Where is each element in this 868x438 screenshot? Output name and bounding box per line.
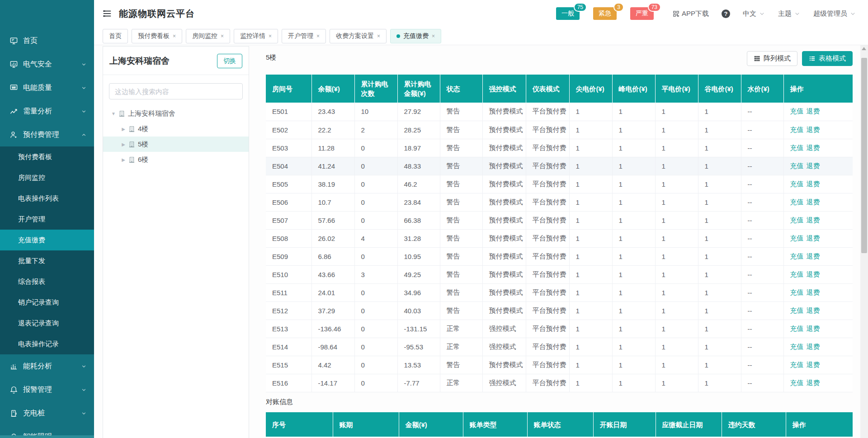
tree-node-上海安科瑞宿舍[interactable]: ▼上海安科瑞宿舍: [103, 106, 249, 121]
tree-node-6楼[interactable]: ▶6楼: [103, 152, 249, 167]
operations-cell: 充值退费: [783, 139, 853, 157]
user-menu[interactable]: 超级管理员: [813, 9, 856, 18]
tree-node-5楼[interactable]: ▶5楼: [103, 137, 249, 152]
recharge-link[interactable]: 充值: [790, 216, 804, 224]
recharge-link[interactable]: 充值: [790, 343, 804, 350]
sidebar-subitem-电表操作记录[interactable]: 电表操作记录: [0, 334, 94, 354]
tab-监控详情[interactable]: 监控详情×: [234, 29, 278, 43]
refund-link[interactable]: 退费: [807, 270, 820, 278]
refund-link[interactable]: 退费: [807, 306, 820, 314]
theme-selector[interactable]: 主题: [778, 9, 801, 18]
switch-building-button[interactable]: 切换: [217, 54, 242, 68]
app-download-button[interactable]: APP下载: [673, 9, 709, 18]
tab-close-icon[interactable]: ×: [173, 33, 176, 39]
status-cell: 正常: [440, 338, 482, 356]
sidebar-subitem-电表操作列表[interactable]: 电表操作列表: [0, 188, 94, 209]
purchase-count-cell: 0: [354, 356, 397, 374]
sidebar-subitem-充值缴费[interactable]: 充值缴费: [0, 230, 94, 250]
tab-close-icon[interactable]: ×: [377, 33, 380, 39]
sidebar-item-首页[interactable]: 首页: [0, 29, 94, 52]
valley-cell: 1: [698, 157, 741, 175]
refund-link[interactable]: 退费: [807, 216, 820, 224]
refund-link[interactable]: 退费: [807, 343, 820, 350]
caret-right-icon[interactable]: ▶: [119, 157, 127, 162]
help-icon[interactable]: ?: [722, 9, 730, 18]
refund-link[interactable]: 退费: [807, 107, 820, 115]
sidebar-subitem-退表记录查询[interactable]: 退表记录查询: [0, 313, 94, 334]
tab-预付费看板[interactable]: 预付费看板×: [132, 29, 182, 43]
recharge-link[interactable]: 充值: [790, 325, 804, 332]
sidebar-item-需量分析[interactable]: 需量分析: [0, 99, 94, 123]
tab-开户管理[interactable]: 开户管理×: [282, 29, 326, 43]
tab-房间监控[interactable]: 房间监控×: [186, 29, 230, 43]
refund-link[interactable]: 退费: [807, 162, 820, 170]
sidebar-subitem-开户管理[interactable]: 开户管理: [0, 209, 94, 230]
alarm-badge-严重[interactable]: 严重73: [630, 7, 654, 20]
room-cell: E513: [266, 320, 311, 338]
recharge-link[interactable]: 充值: [790, 162, 804, 170]
recharge-link[interactable]: 充值: [790, 270, 804, 278]
sidebar-subitem-预付费看板[interactable]: 预付费看板: [0, 146, 94, 167]
caret-down-icon[interactable]: ▼: [109, 111, 118, 116]
sidebar-subitem-房间监控[interactable]: 房间监控: [0, 167, 94, 188]
purchase-count-cell: 0: [354, 211, 397, 229]
tab-close-icon[interactable]: ×: [432, 33, 435, 39]
sidebar-item-充电桩[interactable]: 充电桩: [0, 401, 94, 425]
alarm-badge-紧急[interactable]: 紧急3: [593, 7, 617, 20]
view-button-表格模式[interactable]: 表格模式: [802, 51, 853, 66]
refund-link[interactable]: 退费: [807, 288, 820, 296]
collapse-menu-icon[interactable]: [103, 9, 113, 19]
recharge-link[interactable]: 充值: [790, 252, 804, 260]
recharge-link[interactable]: 充值: [790, 306, 804, 314]
caret-right-icon[interactable]: ▶: [119, 142, 127, 147]
recharge-link[interactable]: 充值: [790, 198, 804, 206]
refund-link[interactable]: 退费: [807, 126, 820, 133]
vertical-scrollbar[interactable]: [860, 45, 868, 438]
scrollbar-up-arrow[interactable]: [862, 47, 866, 50]
view-button-阵列模式[interactable]: 阵列模式: [747, 51, 797, 66]
sidebar-subitem-销户记录查询[interactable]: 销户记录查询: [0, 292, 94, 313]
sharp-cell: 1: [569, 338, 612, 356]
active-tab-dot: [396, 34, 400, 38]
sidebar-item-能耗分析[interactable]: 能耗分析: [0, 354, 94, 378]
recharge-link[interactable]: 充值: [790, 107, 804, 115]
recharge-link[interactable]: 充值: [790, 126, 804, 133]
refund-link[interactable]: 退费: [807, 198, 820, 206]
column-header-账单状态: 账单状态: [527, 412, 593, 437]
sidebar-subitem-批量下发[interactable]: 批量下发: [0, 250, 94, 271]
refund-link[interactable]: 退费: [807, 325, 820, 332]
refund-link[interactable]: 退费: [807, 252, 820, 260]
tab-close-icon[interactable]: ×: [316, 33, 320, 39]
room-row-E515: E5154.42013.53警告预付费模式平台预付费1111--充值退费: [266, 356, 853, 374]
recharge-link[interactable]: 充值: [790, 234, 804, 242]
tree-search-input[interactable]: [109, 83, 243, 99]
recharge-link[interactable]: 充值: [790, 144, 804, 151]
recharge-link[interactable]: 充值: [790, 288, 804, 296]
tree-node-4楼[interactable]: ▶4楼: [103, 121, 249, 137]
tab-close-icon[interactable]: ×: [269, 33, 272, 39]
refund-link[interactable]: 退费: [807, 180, 820, 188]
language-selector[interactable]: 中文: [743, 9, 765, 18]
scrollbar-thumb[interactable]: [861, 58, 867, 253]
tab-收费方案设置[interactable]: 收费方案设置×: [330, 29, 387, 43]
sidebar-subitem-综合报表[interactable]: 综合报表: [0, 271, 94, 292]
recharge-link[interactable]: 充值: [790, 361, 804, 368]
tab-首页[interactable]: 首页: [103, 29, 128, 43]
caret-right-icon[interactable]: ▶: [119, 127, 127, 132]
flat-cell: 1: [655, 247, 698, 265]
sidebar-item-电能质量[interactable]: 电能质量: [0, 76, 94, 99]
refund-link[interactable]: 退费: [807, 379, 820, 386]
bills-section-title: 对账信息: [266, 398, 293, 406]
tab-close-icon[interactable]: ×: [221, 33, 224, 39]
refund-link[interactable]: 退费: [807, 361, 820, 368]
sidebar-item-报警管理[interactable]: 报警管理: [0, 378, 94, 401]
status-cell: 正常: [440, 320, 482, 338]
refund-link[interactable]: 退费: [807, 234, 820, 242]
alarm-badge-一般[interactable]: 一般75: [556, 7, 580, 20]
recharge-link[interactable]: 充值: [790, 180, 804, 188]
recharge-link[interactable]: 充值: [790, 379, 804, 386]
tab-充值缴费[interactable]: 充值缴费×: [390, 29, 441, 43]
refund-link[interactable]: 退费: [807, 144, 820, 151]
sidebar-item-预付费管理[interactable]: 预付费管理: [0, 123, 94, 146]
sidebar-item-电气安全[interactable]: 电气安全: [0, 52, 94, 76]
